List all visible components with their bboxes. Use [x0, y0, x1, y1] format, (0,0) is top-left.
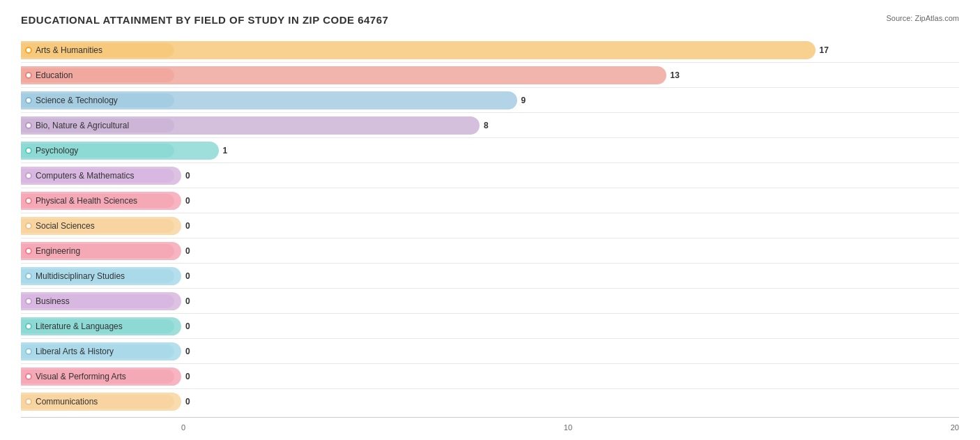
bar-label-text: Education	[36, 70, 72, 80]
bar-label: Engineering	[21, 244, 174, 258]
bar-value: 0	[185, 397, 190, 407]
bar-label-text: Science & Technology	[36, 96, 118, 105]
bar-label: Liberal Arts & History	[21, 344, 174, 358]
bar-label: Psychology	[21, 144, 174, 158]
chart-container: EDUCATIONAL ATTAINMENT BY FIELD OF STUDY…	[21, 14, 959, 432]
bar-row: Science & Technology9	[21, 88, 959, 113]
bar-value: 8	[484, 121, 489, 130]
bar-row: Social Sciences0	[21, 213, 959, 238]
bar-row: Engineering0	[21, 238, 959, 264]
bar-dot	[25, 398, 32, 405]
x-axis-label: 0	[181, 423, 185, 432]
bar-label-container: Engineering	[21, 238, 174, 263]
x-axis-label: 20	[951, 423, 959, 432]
bar-label-text: Visual & Performing Arts	[36, 372, 126, 381]
bar-value: 9	[521, 96, 526, 105]
bar-label-text: Computers & Mathematics	[36, 171, 134, 181]
bar-value: 0	[185, 372, 190, 381]
bar-value: 0	[185, 196, 190, 206]
bar-label-container: Psychology	[21, 138, 174, 162]
bar-label-text: Bio, Nature & Agricultural	[36, 121, 129, 130]
bar-label-container: Bio, Nature & Agricultural	[21, 113, 174, 137]
bar-label: Science & Technology	[21, 93, 174, 107]
bar-label: Literature & Languages	[21, 319, 174, 333]
bar-value: 0	[185, 321, 190, 331]
bar-dot	[25, 348, 32, 355]
bar-value: 0	[185, 221, 190, 231]
bar-dot	[25, 273, 32, 280]
bar-label-container: Multidisciplinary Studies	[21, 264, 174, 288]
bar-label-container: Education	[21, 63, 174, 87]
bar-value: 17	[820, 45, 829, 55]
bar-label-text: Multidisciplinary Studies	[36, 271, 125, 281]
bar-value: 0	[185, 246, 190, 256]
bar-label: Education	[21, 68, 174, 82]
bar-label-container: Science & Technology	[21, 88, 174, 112]
chart-area: Arts & Humanities17Education13Science & …	[21, 38, 959, 414]
bar-label-container: Visual & Performing Arts	[21, 364, 174, 388]
bar-dot	[25, 197, 32, 204]
x-axis: 01020	[21, 417, 959, 432]
bar-row: Business0	[21, 289, 959, 314]
bar-label-text: Social Sciences	[36, 221, 95, 231]
bar-label-text: Communications	[36, 397, 98, 407]
bar-label-text: Business	[36, 296, 70, 306]
bar-label: Bio, Nature & Agricultural	[21, 119, 174, 132]
bar-dot	[25, 323, 32, 330]
bar-label-container: Communications	[21, 389, 174, 414]
bar-row: Computers & Mathematics0	[21, 163, 959, 188]
bar-dot	[25, 72, 32, 79]
bar-dot	[25, 97, 32, 104]
bar-label: Visual & Performing Arts	[21, 370, 174, 384]
bar-label-text: Psychology	[36, 146, 78, 155]
bar-value: 0	[185, 347, 190, 356]
bar-value: 1	[223, 146, 228, 155]
bar-label-container: Physical & Health Sciences	[21, 188, 174, 213]
bar-row: Liberal Arts & History0	[21, 339, 959, 364]
bar-label: Business	[21, 294, 174, 308]
bar-row: Visual & Performing Arts0	[21, 364, 959, 389]
bar-dot	[25, 172, 32, 179]
bar-label: Physical & Health Sciences	[21, 194, 174, 208]
bar-label-text: Liberal Arts & History	[36, 347, 114, 356]
bar-row: Communications0	[21, 389, 959, 414]
bar-row: Psychology1	[21, 138, 959, 163]
bar-dot	[25, 147, 32, 154]
bar-label-text: Arts & Humanities	[36, 45, 102, 55]
bar-dot	[25, 248, 32, 255]
bar-row: Literature & Languages0	[21, 314, 959, 339]
bar-value: 0	[185, 271, 190, 281]
bar-label: Arts & Humanities	[21, 43, 174, 57]
bar-row: Bio, Nature & Agricultural8	[21, 113, 959, 138]
bar-label-text: Engineering	[36, 246, 80, 256]
bar-label-container: Liberal Arts & History	[21, 339, 174, 363]
bar-label: Communications	[21, 395, 174, 409]
bar-row: Arts & Humanities17	[21, 38, 959, 63]
bar-value: 0	[185, 171, 190, 181]
bar-label: Multidisciplinary Studies	[21, 269, 174, 283]
bar-label-container: Computers & Mathematics	[21, 163, 174, 188]
bar-label-container: Literature & Languages	[21, 314, 174, 338]
bar-value: 0	[185, 296, 190, 306]
bar-dot	[25, 222, 32, 229]
bar-dot	[25, 47, 32, 54]
bar-label: Social Sciences	[21, 219, 174, 233]
bar-dot	[25, 298, 32, 305]
source-label: Source: ZipAtlas.com	[886, 14, 959, 22]
bar-label: Computers & Mathematics	[21, 169, 174, 183]
bar-dot	[25, 122, 32, 129]
bar-row: Physical & Health Sciences0	[21, 188, 959, 213]
bar-row: Multidisciplinary Studies0	[21, 264, 959, 289]
bar-label-container: Arts & Humanities	[21, 38, 174, 62]
x-axis-label: 10	[564, 423, 572, 432]
bar-label-container: Business	[21, 289, 174, 313]
bar-label-text: Physical & Health Sciences	[36, 196, 137, 206]
chart-title: EDUCATIONAL ATTAINMENT BY FIELD OF STUDY…	[21, 14, 388, 26]
bar-label-text: Literature & Languages	[36, 321, 123, 331]
bar-label-container: Social Sciences	[21, 213, 174, 238]
bar-dot	[25, 373, 32, 380]
bar-value: 13	[671, 70, 680, 80]
bar-row: Education13	[21, 63, 959, 88]
